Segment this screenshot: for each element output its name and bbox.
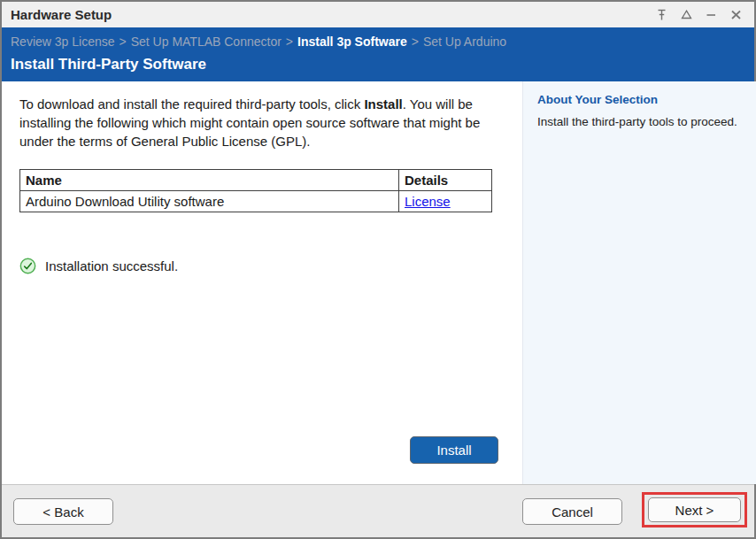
panel-text: Install the third-party tools to proceed…	[537, 114, 747, 130]
intro-text-1: To download and install the required thi…	[19, 96, 364, 112]
table-row: Arduino Download Utility software Licens…	[20, 191, 492, 212]
breadcrumb-step-set-up-matlab-connector: Set Up MATLAB Connector	[131, 35, 282, 49]
breadcrumb-separator: >	[120, 35, 127, 49]
main-content: To download and install the required thi…	[2, 81, 522, 484]
close-icon[interactable]	[729, 8, 743, 21]
breadcrumb-separator: >	[286, 35, 293, 49]
status-text: Installation successful.	[45, 258, 178, 273]
software-name-cell: Arduino Download Utility software	[20, 191, 399, 212]
dock-icon[interactable]	[680, 8, 693, 21]
column-header-name: Name	[20, 170, 399, 191]
breadcrumb: Review 3p License>Set Up MATLAB Connecto…	[11, 33, 745, 51]
license-link[interactable]: License	[405, 194, 451, 209]
breadcrumb-step-set-up-arduino: Set Up Arduino	[423, 35, 506, 49]
cancel-button[interactable]: Cancel	[522, 498, 622, 525]
next-button-highlight: Next >	[642, 492, 747, 527]
column-header-details: Details	[399, 170, 492, 191]
next-button[interactable]: Next >	[648, 497, 741, 522]
about-selection-panel: About Your Selection Install the third-p…	[522, 81, 756, 484]
software-table: Name Details Arduino Download Utility so…	[19, 169, 492, 212]
footer-bar: < Back Cancel Next >	[2, 484, 754, 537]
intro-paragraph: To download and install the required thi…	[19, 95, 505, 150]
table-header-row: Name Details	[20, 170, 492, 191]
title-bar-icons	[655, 8, 743, 21]
intro-bold-install: Install	[364, 96, 402, 112]
breadcrumb-separator: >	[412, 35, 419, 49]
minimize-icon[interactable]	[705, 8, 718, 21]
wizard-header: Review 3p License>Set Up MATLAB Connecto…	[2, 27, 754, 81]
pin-icon[interactable]	[655, 8, 668, 21]
panel-heading: About Your Selection	[537, 93, 747, 106]
success-check-icon	[19, 258, 36, 274]
page-title: Install Third-Party Software	[11, 51, 745, 73]
breadcrumb-step-install-3p-software: Install 3p Software	[297, 35, 407, 49]
hardware-setup-dialog: Hardware Setup Review 3p License>Se	[0, 0, 756, 539]
window-title: Hardware Setup	[11, 7, 655, 22]
software-details-cell: License	[399, 191, 492, 212]
breadcrumb-step-review-3p-license: Review 3p License	[11, 35, 115, 49]
title-bar: Hardware Setup	[2, 2, 754, 27]
back-button[interactable]: < Back	[13, 498, 113, 525]
installation-status: Installation successful.	[19, 258, 505, 274]
content-area: To download and install the required thi…	[2, 81, 754, 484]
install-button[interactable]: Install	[410, 436, 498, 464]
